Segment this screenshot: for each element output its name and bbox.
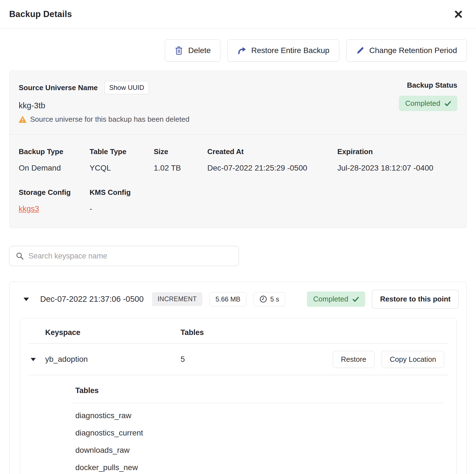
caret-down-icon [30, 357, 36, 362]
copy-location-button[interactable]: Copy Location [382, 351, 444, 368]
restore-button[interactable]: Restore [333, 351, 374, 368]
backup-status-text: Completed [405, 99, 440, 108]
field-table-type: Table Type YCQL [90, 147, 154, 173]
keyspace-row-actions: Restore Copy Location [333, 351, 448, 368]
table-list-item: diagnostics_raw [75, 407, 444, 424]
table-list-item: downloads_raw [75, 442, 444, 459]
keyspace-row: yb_adoption 5 Restore Copy Location [20, 344, 456, 375]
table-list-item: docker_pulls_new [75, 459, 444, 474]
keyspace-name: yb_adoption [45, 355, 181, 364]
increment-status-text: Completed [313, 295, 348, 303]
tables-column-header: Tables [181, 328, 448, 337]
source-universe-label: Source Universe Name [19, 83, 98, 92]
restore-arrow-icon [237, 46, 246, 55]
keyspace-search [9, 246, 239, 266]
restore-to-point-button[interactable]: Restore to this point [372, 290, 459, 308]
modal-header: Backup Details [0, 0, 476, 29]
page-title: Backup Details [9, 9, 72, 19]
increment-status-badge: Completed [307, 291, 365, 307]
keyspace-table-header: Keyspace Tables [20, 322, 456, 343]
field-backup-type: Backup Type On Demand [19, 147, 90, 173]
increment-duration-text: 5 s [270, 295, 279, 303]
increment-backup-card: Dec-07-2022 21:37:06 -0500 INCREMENT 5.6… [9, 282, 467, 474]
backup-summary-panel: Source Universe Name Show UUID kkg-3tb S… [9, 71, 467, 228]
table-list-item: diagnostics_current [75, 424, 444, 442]
backup-status-label: Backup Status [407, 81, 457, 90]
check-icon [352, 296, 359, 302]
tables-subsection-header: Tables [71, 386, 444, 395]
backup-fields-row: Backup Type On Demand Table Type YCQL Si… [9, 147, 467, 173]
trash-icon [175, 46, 183, 55]
increment-header: Dec-07-2022 21:37:06 -0500 INCREMENT 5.6… [9, 282, 467, 308]
field-size: Size 1.02 TB [154, 147, 207, 173]
storage-config-link[interactable]: kkgs3 [19, 204, 39, 213]
change-retention-label: Change Retention Period [369, 46, 457, 55]
field-created-at: Created At Dec-07-2022 21:25:29 -0500 [207, 147, 337, 173]
keyspace-table-card: Keyspace Tables yb_adoption 5 Restore Co… [20, 318, 457, 474]
backup-status-badge: Completed [399, 96, 457, 111]
caret-down-icon [23, 297, 30, 301]
clock-icon [259, 295, 267, 303]
increment-size-badge: 5.66 MB [210, 292, 246, 306]
increment-duration-badge: 5 s [254, 292, 285, 306]
check-icon [444, 101, 451, 106]
universe-name: kkg-3tb [19, 101, 189, 110]
restore-entire-backup-button[interactable]: Restore Entire Backup [227, 39, 339, 62]
close-icon [454, 9, 463, 19]
delete-button[interactable]: Delete [165, 39, 220, 62]
tables-subsection: Tables diagnostics_raw diagnostics_curre… [71, 386, 444, 474]
close-button[interactable] [452, 8, 465, 21]
field-expiration: Expiration Jul-28-2023 18:12:07 -0400 [337, 147, 457, 173]
pencil-icon [356, 46, 364, 55]
backup-status-block: Backup Status Completed [399, 81, 457, 111]
summary-divider [9, 134, 467, 135]
restore-entire-backup-label: Restore Entire Backup [251, 46, 329, 55]
keyspace-row-divider [28, 375, 448, 375]
keyspace-column-header: Keyspace [45, 328, 181, 337]
warning-icon [19, 116, 27, 123]
keyspace-table-count: 5 [181, 355, 333, 364]
increment-type-badge: INCREMENT [152, 292, 202, 306]
field-storage-config: Storage Config kkgs3 [19, 188, 90, 213]
universe-deleted-warning: Source universe for this backup has been… [30, 115, 189, 124]
increment-timestamp: Dec-07-2022 21:37:06 -0500 [40, 295, 144, 304]
search-input[interactable] [28, 252, 232, 260]
show-uuid-button[interactable]: Show UUID [104, 81, 149, 94]
config-fields-row: Storage Config kkgs3 KMS Config - [9, 188, 467, 213]
source-universe-block: Source Universe Name Show UUID kkg-3tb S… [19, 81, 189, 124]
keyspace-collapse-caret[interactable] [28, 356, 38, 363]
table-list: diagnostics_raw diagnostics_current down… [71, 403, 444, 474]
increment-collapse-caret[interactable] [21, 295, 31, 303]
delete-button-label: Delete [188, 46, 211, 55]
search-icon [16, 252, 24, 260]
change-retention-button[interactable]: Change Retention Period [346, 39, 467, 62]
field-kms-config: KMS Config - [90, 188, 154, 213]
actions-toolbar: Delete Restore Entire Backup Change Rete… [0, 29, 476, 62]
